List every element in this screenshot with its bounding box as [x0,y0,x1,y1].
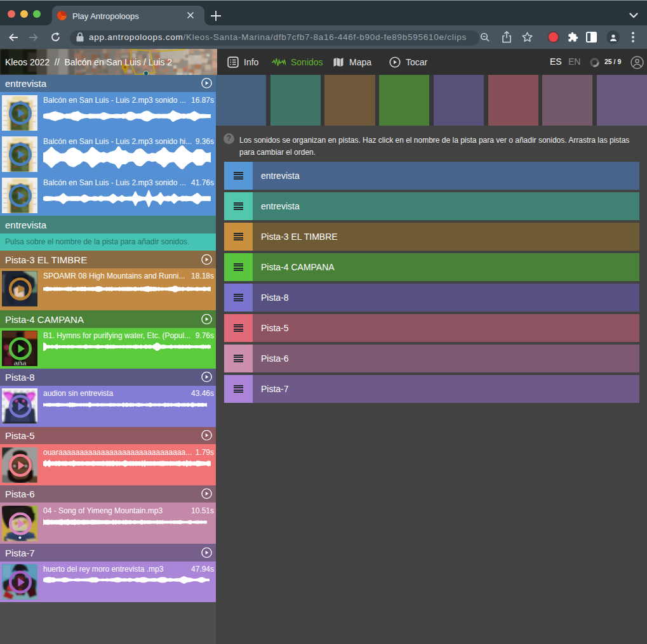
svg-text:aña: aña [14,359,27,366]
